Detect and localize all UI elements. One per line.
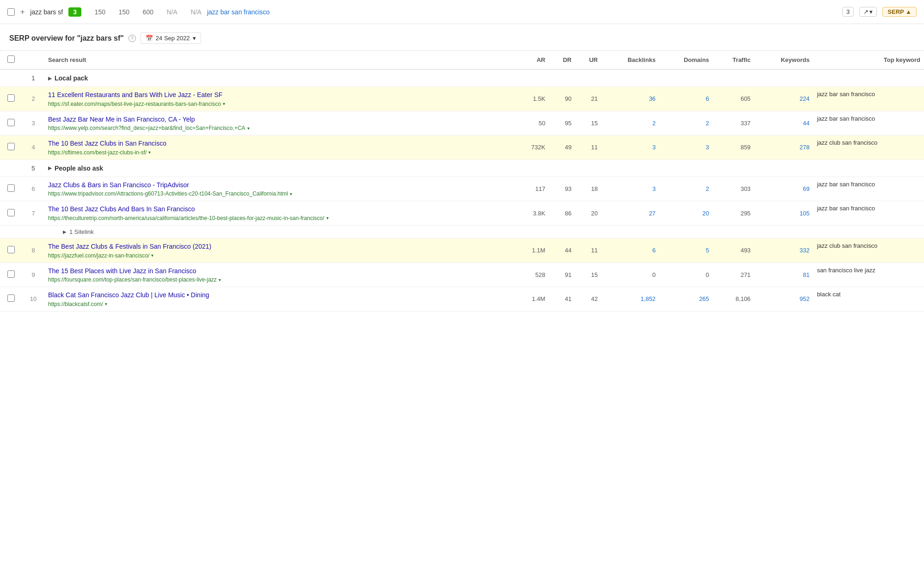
help-icon[interactable]: ? <box>129 35 136 42</box>
row-dr: 91 <box>549 263 575 287</box>
row-checkbox[interactable] <box>7 209 15 216</box>
row-keywords[interactable]: 224 <box>754 87 814 111</box>
result-url-text[interactable]: https://sftimes.com/best-jazz-clubs-in-s… <box>48 149 147 156</box>
sitelink-label-cell: ▶ 1 Sitelink <box>44 225 924 238</box>
serp-button[interactable]: SERP ▲ <box>882 7 917 17</box>
url-caret[interactable]: ▾ <box>326 215 329 221</box>
result-title[interactable]: The 10 Best Jazz Clubs And Bars In San F… <box>48 205 510 214</box>
row-checkbox[interactable] <box>7 143 15 150</box>
row-keywords[interactable]: 44 <box>754 111 814 135</box>
result-title[interactable]: The 10 Best Jazz Clubs in San Francisco <box>48 139 510 148</box>
position-small: 3 <box>842 7 854 17</box>
url-caret[interactable]: ▾ <box>223 101 225 106</box>
row-checkbox[interactable] <box>7 184 15 192</box>
row-domains[interactable]: 3 <box>659 135 713 160</box>
row-backlinks[interactable]: 0 <box>601 263 659 287</box>
col-num <box>22 51 44 69</box>
url-caret[interactable]: ▾ <box>105 301 107 306</box>
row-domains[interactable]: 5 <box>659 238 713 263</box>
row-checkbox[interactable] <box>7 119 15 126</box>
result-url: https://blackcatsf.com/ ▾ <box>48 301 510 307</box>
row-backlinks[interactable]: 36 <box>601 87 659 111</box>
row-keywords[interactable]: 69 <box>754 177 814 201</box>
col-ar: AR <box>514 51 549 69</box>
row-traffic: 295 <box>713 201 754 226</box>
row-checkbox[interactable] <box>7 246 15 253</box>
topbar-checkbox[interactable] <box>7 8 15 16</box>
result-title[interactable]: 11 Excellent Restaurants and Bars With L… <box>48 91 510 100</box>
row-backlinks[interactable]: 6 <box>601 238 659 263</box>
result-url-text[interactable]: https://foursquare.com/top-places/san-fr… <box>48 276 217 283</box>
result-title[interactable]: Jazz Clubs & Bars in San Francisco - Tri… <box>48 181 510 190</box>
row-keywords[interactable]: 278 <box>754 135 814 160</box>
result-cell: The 10 Best Jazz Clubs And Bars In San F… <box>44 201 514 226</box>
table-row: 2 11 Excellent Restaurants and Bars With… <box>0 87 924 111</box>
col-domains: Domains <box>659 51 713 69</box>
result-url-text[interactable]: https://theculturetrip.com/north-america… <box>48 215 324 221</box>
row-domains[interactable]: 2 <box>659 177 713 201</box>
result-title[interactable]: Black Cat San Francisco Jazz Club | Live… <box>48 291 510 300</box>
col-traffic: Traffic <box>713 51 754 69</box>
result-url-text[interactable]: https://www.yelp.com/search?find_desc=ja… <box>48 125 245 131</box>
url-caret[interactable]: ▾ <box>151 253 153 258</box>
row-num: 10 <box>22 287 44 312</box>
row-num: 6 <box>22 177 44 201</box>
table-row: 7 The 10 Best Jazz Clubs And Bars In San… <box>0 201 924 226</box>
row-dr: 95 <box>549 111 575 135</box>
row-checkbox[interactable] <box>7 94 15 102</box>
row-traffic: 493 <box>713 238 754 263</box>
row-traffic: 8,106 <box>713 287 754 312</box>
row-num: 3 <box>22 111 44 135</box>
row-domains[interactable]: 2 <box>659 111 713 135</box>
row-top-keyword: jazz bar san francisco <box>813 111 924 135</box>
row-keywords[interactable]: 105 <box>754 201 814 226</box>
result-url-text[interactable]: https://www.tripadvisor.com/Attractions-… <box>48 190 288 197</box>
sitelink-caret[interactable]: ▶ <box>63 229 67 234</box>
group-caret[interactable]: ▶ <box>48 165 52 171</box>
row-backlinks[interactable]: 1,852 <box>601 287 659 312</box>
row-ur: 11 <box>575 135 601 160</box>
url-caret[interactable]: ▾ <box>247 126 250 131</box>
row-keywords[interactable]: 332 <box>754 238 814 263</box>
row-dr: 86 <box>549 201 575 226</box>
row-backlinks[interactable]: 27 <box>601 201 659 226</box>
result-title[interactable]: The 15 Best Places with Live Jazz in San… <box>48 267 510 276</box>
row-ar: 732K <box>514 135 549 160</box>
row-checkbox-cell <box>0 111 22 135</box>
row-backlinks[interactable]: 3 <box>601 177 659 201</box>
add-keyword-button[interactable]: + <box>20 8 24 16</box>
row-domains[interactable]: 20 <box>659 201 713 226</box>
related-keyword[interactable]: jazz bar san francisco <box>207 8 837 16</box>
row-backlinks[interactable]: 2 <box>601 111 659 135</box>
col-ur: UR <box>575 51 601 69</box>
select-all-checkbox[interactable] <box>7 55 15 63</box>
row-ur: 20 <box>575 201 601 226</box>
row-checkbox[interactable] <box>7 270 15 278</box>
result-title[interactable]: The Best Jazz Clubs & Festivals in San F… <box>48 242 510 251</box>
row-checkbox[interactable] <box>7 294 15 302</box>
row-top-keyword: jazz bar san francisco <box>813 201 924 226</box>
result-url-text[interactable]: https://blackcatsf.com/ <box>48 301 103 307</box>
result-url: https://foursquare.com/top-places/san-fr… <box>48 276 510 283</box>
row-keywords[interactable]: 952 <box>754 287 814 312</box>
date-picker[interactable]: 📅 24 Sep 2022 ▾ <box>141 32 201 44</box>
url-caret[interactable]: ▾ <box>290 191 292 196</box>
url-caret[interactable]: ▾ <box>219 277 221 282</box>
group-caret[interactable]: ▶ <box>48 76 52 81</box>
row-traffic: 303 <box>713 177 754 201</box>
url-caret[interactable]: ▾ <box>148 150 151 155</box>
row-keywords[interactable]: 81 <box>754 263 814 287</box>
row-ar: 1.4M <box>514 287 549 312</box>
row-dr: 49 <box>549 135 575 160</box>
result-cell: 11 Excellent Restaurants and Bars With L… <box>44 87 514 111</box>
result-url-text[interactable]: https://sf.eater.com/maps/best-live-jazz… <box>48 101 221 107</box>
row-backlinks[interactable]: 3 <box>601 135 659 160</box>
row-ar: 1.5K <box>514 87 549 111</box>
row-domains[interactable]: 265 <box>659 287 713 312</box>
row-domains[interactable]: 0 <box>659 263 713 287</box>
trend-button[interactable]: ↗ ▾ <box>859 7 877 17</box>
result-url: https://www.yelp.com/search?find_desc=ja… <box>48 125 510 131</box>
row-domains[interactable]: 6 <box>659 87 713 111</box>
result-title[interactable]: Best Jazz Bar Near Me in San Francisco, … <box>48 115 510 124</box>
result-url-text[interactable]: https://jazzfuel.com/jazz-in-san-francis… <box>48 252 149 259</box>
